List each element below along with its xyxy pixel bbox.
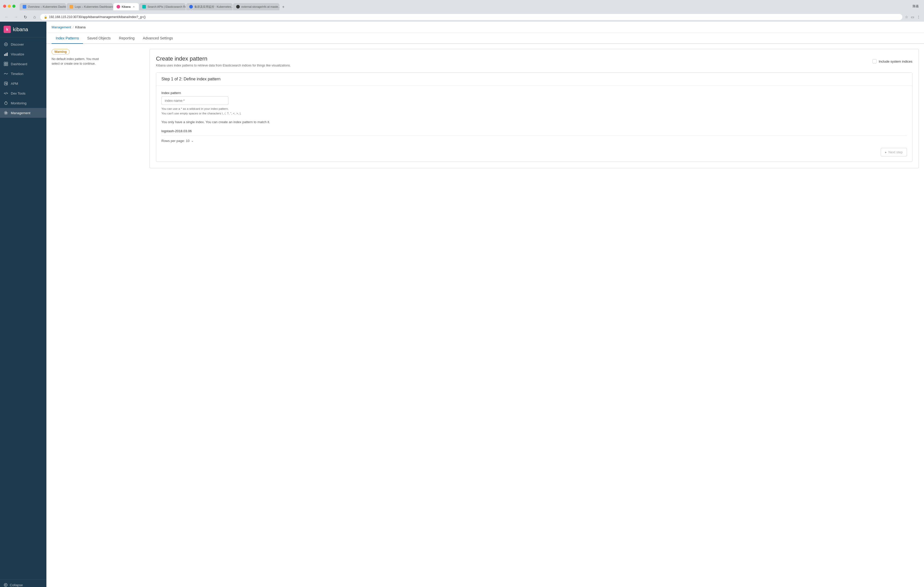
discover-icon	[3, 42, 8, 47]
tab-index-patterns-label: Index Patterns	[56, 36, 79, 40]
create-index-pattern-card: Create index pattern Kibana uses index p…	[150, 49, 919, 168]
apm-icon	[3, 81, 8, 86]
hint-line1: You can use a * as a wildcard in your in…	[162, 107, 229, 110]
tab4-label: Search APIs | Elasticsearch Re...	[147, 5, 186, 8]
timelion-icon	[3, 71, 8, 76]
devtools-icon	[3, 91, 8, 95]
step-body: Index pattern You can use a * as a wildc…	[156, 86, 912, 161]
forward-button[interactable]: →	[12, 13, 20, 21]
svg-rect-2	[4, 54, 5, 56]
sidebar-item-discover-label: Discover	[11, 43, 24, 46]
reload-button[interactable]: ↻	[21, 13, 29, 21]
main-content: Management / Kibana Index Patterns Saved…	[46, 21, 924, 587]
page-title: Create index pattern	[156, 55, 291, 62]
tab4-favicon	[142, 5, 146, 8]
sidebar-item-apm-label: APM	[11, 82, 18, 86]
browser-tab-6[interactable]: external-storage/nfs at maste... ×	[233, 3, 279, 10]
sidebar-item-monitoring[interactable]: Monitoring	[0, 98, 46, 108]
include-system-indices-label: Include system indices	[879, 59, 912, 63]
close-window-button[interactable]	[3, 5, 6, 8]
address-bar-actions: ☆ ▭ ⋮	[904, 15, 921, 20]
include-system-indices[interactable]: Include system indices	[873, 59, 912, 63]
sidebar-item-management-label: Management	[11, 111, 30, 115]
page-body: Warning No default index pattern. You mu…	[51, 49, 919, 168]
tab-reporting[interactable]: Reporting	[115, 33, 139, 44]
tab-advanced-settings[interactable]: Advanced Settings	[139, 33, 177, 44]
security-lock-icon: 🔒	[44, 15, 48, 19]
home-button[interactable]: ⌂	[31, 13, 38, 21]
bookmark-icon[interactable]: ☆	[904, 15, 909, 20]
index-pattern-input[interactable]	[162, 96, 228, 105]
address-bar-url: 192.168.115.210:30730/app/kibana#/manage…	[49, 15, 899, 19]
breadcrumb: Management / Kibana	[51, 25, 86, 29]
single-index-notice: You only have a single index. You can cr…	[162, 120, 907, 124]
browser-tab-1[interactable]: Overview – Kubernetes Dashb... ×	[20, 3, 66, 10]
step-title: Step 1 of 2: Define index pattern	[162, 77, 907, 81]
minimize-window-button[interactable]	[8, 5, 11, 8]
tab-saved-objects-label: Saved Objects	[87, 36, 111, 40]
tab2-favicon	[69, 5, 73, 8]
management-icon	[3, 110, 8, 115]
tab-saved-objects[interactable]: Saved Objects	[83, 33, 115, 44]
svg-rect-8	[6, 64, 8, 66]
index-name: logstash-2018.03.06	[162, 129, 192, 133]
sidebar-footer: Collapse	[0, 580, 46, 587]
next-step-button[interactable]: ▸ Next step	[881, 148, 907, 156]
svg-point-1	[5, 44, 7, 45]
browser-tab-2[interactable]: Logs – Kubernetes Dashboard ×	[66, 3, 113, 10]
svg-rect-7	[4, 64, 6, 66]
browser-window-controls	[3, 5, 15, 8]
card-header: Create index pattern Kibana uses index p…	[156, 55, 912, 67]
browser-chrome: Overview – Kubernetes Dashb... × Logs – …	[0, 0, 924, 21]
tab-index-patterns[interactable]: Index Patterns	[51, 33, 83, 44]
tab3-favicon	[117, 5, 120, 8]
sidebar-item-management[interactable]: Management	[0, 108, 46, 118]
include-system-indices-checkbox[interactable]	[873, 59, 876, 63]
menu-icon[interactable]: ⋮	[916, 15, 921, 20]
sidebar-item-visualize[interactable]: Visualize	[0, 49, 46, 59]
maximize-window-button[interactable]	[12, 5, 15, 8]
sidebar-item-monitoring-label: Monitoring	[11, 101, 26, 105]
new-tab-button[interactable]: +	[280, 3, 286, 10]
sidebar-item-timelion-label: Timelion	[11, 72, 23, 76]
browser-tab-3[interactable]: Kibana ×	[114, 3, 139, 10]
page-content: Warning No default index pattern. You mu…	[46, 44, 924, 587]
breadcrumb-current: Kibana	[75, 25, 86, 29]
tab6-label: external-storage/nfs at maste...	[241, 5, 279, 8]
tab5-favicon	[189, 5, 193, 8]
browser-tabs: Overview – Kubernetes Dashb... × Logs – …	[20, 2, 909, 10]
card-title-area: Create index pattern Kibana uses index p…	[156, 55, 291, 67]
collapse-button[interactable]: Collapse	[3, 583, 43, 587]
back-button[interactable]: ←	[3, 13, 10, 21]
sidebar-item-devtools[interactable]: Dev Tools	[0, 89, 46, 98]
sidebar-logo: k kibana	[0, 21, 46, 37]
app-container: k kibana Discover Visualize Dashboard	[0, 21, 924, 587]
tab3-label: Kibana	[122, 5, 130, 8]
kibana-logo-icon: k	[3, 26, 11, 33]
tab3-close[interactable]: ×	[132, 5, 135, 8]
index-pattern-hint: You can use a * as a wildcard in your in…	[162, 107, 907, 116]
browser-user: 陈嘉	[911, 3, 921, 10]
browser-tab-5[interactable]: 集群及应用监控 · Kubernetes... ×	[186, 3, 233, 10]
left-panel: Warning No default index pattern. You mu…	[51, 49, 150, 168]
tab1-favicon	[23, 5, 26, 8]
next-step-area: ▸ Next step	[162, 148, 907, 156]
top-nav: Management / Kibana	[46, 21, 924, 33]
svg-rect-6	[6, 62, 8, 64]
rows-per-page[interactable]: Rows per page: 10 ⌄	[162, 136, 907, 144]
chevron-down-icon: ⌄	[191, 139, 194, 143]
address-bar[interactable]: 🔒 192.168.115.210:30730/app/kibana#/mana…	[40, 14, 903, 20]
cast-icon[interactable]: ▭	[910, 15, 915, 20]
sidebar-item-discover[interactable]: Discover	[0, 39, 46, 49]
sidebar-item-dashboard[interactable]: Dashboard	[0, 59, 46, 69]
breadcrumb-parent[interactable]: Management	[51, 25, 71, 29]
browser-tab-4[interactable]: Search APIs | Elasticsearch Re... ×	[139, 3, 186, 10]
sidebar-item-apm[interactable]: APM	[0, 79, 46, 89]
sidebar-item-timelion[interactable]: Timelion	[0, 69, 46, 79]
hint-line2: You can't use empty spaces or the charac…	[162, 112, 241, 115]
sidebar-item-dashboard-label: Dashboard	[11, 62, 27, 66]
svg-rect-5	[4, 62, 6, 64]
sidebar: k kibana Discover Visualize Dashboard	[0, 21, 46, 587]
collapse-label: Collapse	[10, 583, 23, 587]
tab1-label: Overview – Kubernetes Dashb...	[28, 5, 66, 8]
